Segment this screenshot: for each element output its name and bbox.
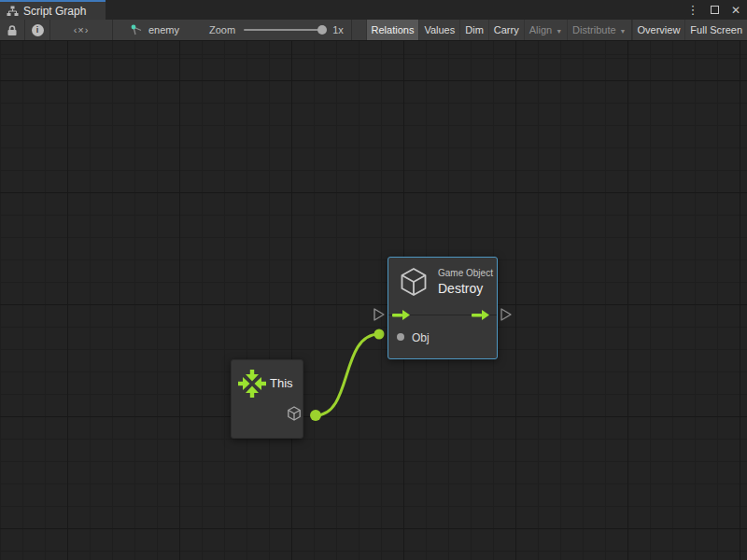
- this-converge-arrows-icon: [238, 370, 266, 398]
- toolbar-buttons: Relations Values Dim Carry Align ▼ Distr…: [366, 20, 747, 41]
- toolbar-separator: [351, 20, 352, 41]
- game-object-output-port[interactable]: [286, 405, 303, 422]
- flow-in-relation-triangle: [374, 309, 384, 320]
- overview-button[interactable]: Overview: [632, 20, 685, 41]
- tab-script-graph[interactable]: Script Graph: [0, 0, 106, 20]
- zoom-slider-handle[interactable]: [317, 25, 327, 35]
- kebab-menu-icon: ⋮: [687, 4, 699, 16]
- window-menu-button[interactable]: ⋮: [686, 2, 699, 19]
- connection-start-dot: [310, 410, 321, 421]
- window-close-button[interactable]: ✕: [729, 2, 742, 19]
- chevron-down-icon: ▼: [620, 27, 627, 34]
- window-controls: ⋮ ✕: [686, 0, 742, 20]
- obj-port-label: Obj: [412, 331, 430, 344]
- zoom-control: Zoom 1x: [196, 20, 351, 41]
- carry-button[interactable]: Carry: [488, 20, 524, 41]
- graph-canvas[interactable]: Game Object Destroy Obj: [0, 41, 747, 560]
- close-icon: ✕: [731, 5, 740, 16]
- node-destroy-header: Game Object Destroy: [397, 265, 493, 299]
- graph-hierarchy-icon: [7, 6, 19, 17]
- node-this[interactable]: This: [231, 359, 303, 439]
- info-button[interactable]: i: [25, 20, 49, 41]
- flow-input-port[interactable]: [392, 310, 410, 320]
- game-object-cube-icon: [397, 265, 430, 299]
- code-brackets-icon: ‹×›: [74, 24, 90, 35]
- obj-input-port[interactable]: [397, 333, 404, 341]
- zoom-slider[interactable]: [244, 29, 324, 31]
- values-button[interactable]: Values: [418, 20, 459, 41]
- connections-layer: [0, 41, 747, 560]
- graph-name: enemy: [148, 24, 179, 35]
- lock-icon: [7, 24, 18, 36]
- info-icon: i: [32, 24, 44, 36]
- script-graph-asset-icon: [130, 23, 143, 36]
- chevron-down-icon: ▼: [556, 27, 562, 34]
- node-destroy[interactable]: Game Object Destroy Obj: [388, 257, 498, 359]
- zoom-value: 1x: [332, 24, 344, 35]
- connection-this-to-destroy[interactable]: [310, 329, 385, 422]
- flow-out-relation-triangle: [501, 309, 511, 320]
- distribute-dropdown-button[interactable]: Distribute ▼: [567, 20, 630, 41]
- unity-script-graph-window: { "window": { "tab_title": "Script Graph…: [0, 0, 747, 560]
- lock-button[interactable]: [0, 20, 24, 41]
- tab-title: Script Graph: [23, 5, 86, 18]
- align-dropdown-button[interactable]: Align ▼: [524, 20, 567, 41]
- dim-button[interactable]: Dim: [459, 20, 488, 41]
- full-screen-button[interactable]: Full Screen: [684, 20, 747, 41]
- maximize-icon: [711, 6, 719, 14]
- connection-end-dot: [374, 329, 385, 340]
- tab-bar: Script Graph ⋮ ✕: [0, 0, 747, 20]
- zoom-label: Zoom: [209, 24, 235, 35]
- value-preview-button[interactable]: ‹×›: [50, 20, 112, 41]
- relations-button[interactable]: Relations: [366, 20, 419, 41]
- graph-toolbar: i ‹×› enemy Zoom 1x Relations Values Dim…: [0, 20, 747, 41]
- node-title: Destroy: [438, 281, 493, 296]
- flow-output-port[interactable]: [472, 310, 489, 320]
- window-maximize-button[interactable]: [708, 2, 721, 19]
- node-title: This: [270, 376, 293, 390]
- graph-breadcrumb[interactable]: enemy: [113, 20, 196, 41]
- node-category: Game Object: [438, 268, 493, 278]
